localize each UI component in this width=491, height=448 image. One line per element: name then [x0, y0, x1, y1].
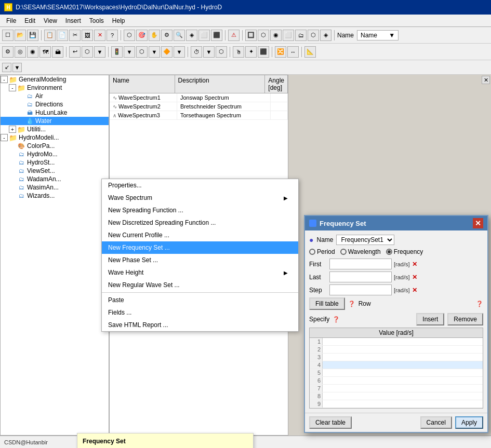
ctx-wave-spectrum[interactable]: Wave Spectrum ▶	[102, 192, 298, 204]
apply-btn[interactable]: Apply	[455, 416, 483, 429]
tb2-10[interactable]: ▼	[124, 46, 135, 58]
expander-environment[interactable]: -	[9, 84, 16, 91]
expander-utiliti[interactable]: +	[9, 126, 16, 133]
menu-help[interactable]: Help	[108, 16, 129, 25]
tree-item-generalmodeling[interactable]: - 📁 GeneralModeling	[1, 75, 109, 84]
last-input[interactable]	[329, 271, 392, 282]
value-row-3[interactable]: 3	[310, 354, 483, 361]
tool7[interactable]: ⬜	[198, 30, 210, 41]
tb2-19[interactable]: ✦	[245, 46, 257, 58]
tb2-6[interactable]: ↩	[69, 46, 81, 58]
table-row-3[interactable]: ∧ WaveSpectrum3 Torsethaugen Spectrum	[110, 111, 288, 120]
ctx-new-current-profile[interactable]: New Current Profile ...	[102, 229, 298, 241]
first-input[interactable]	[329, 259, 392, 269]
tool6[interactable]: ◈	[186, 30, 197, 41]
new-btn[interactable]: ☐	[2, 30, 14, 41]
value-row-5[interactable]: 5	[310, 369, 483, 377]
tool4[interactable]: ⚙	[161, 30, 172, 41]
tree-item-hydrost[interactable]: 🗂 HydroSt...	[1, 158, 109, 167]
table-row-2[interactable]: ∿ WaveSpectrum2 Bretschneider Spectrum	[110, 102, 288, 111]
expander-generalmodeling[interactable]: -	[1, 76, 8, 83]
paste-btn[interactable]: 📄	[57, 30, 68, 41]
tool3[interactable]: ✋	[149, 30, 160, 41]
step-input[interactable]	[329, 284, 392, 295]
radio-frequency[interactable]: Frequency	[386, 248, 423, 255]
cut-btn[interactable]: ✂	[69, 30, 81, 41]
menu-view[interactable]: View	[39, 16, 61, 25]
dialog-close-btn[interactable]: ✕	[473, 218, 483, 228]
copy-btn[interactable]: 📋	[44, 30, 56, 41]
help-btn[interactable]: ?	[107, 30, 118, 41]
tree-item-viewset[interactable]: 🗂 ViewSet...	[1, 167, 109, 175]
remove-btn[interactable]: Remove	[447, 313, 483, 325]
tb2-5[interactable]: 🏔	[52, 46, 63, 58]
panel-close-btn[interactable]: ✕	[482, 76, 490, 84]
tree-item-wizards[interactable]: 🗂 Wizards...	[1, 192, 109, 200]
view4[interactable]: ⬜	[283, 30, 294, 41]
tree-item-directions[interactable]: 🗂 Directions	[1, 100, 109, 108]
tree-item-water[interactable]: 💧 Water	[1, 117, 109, 125]
tree-item-wasiman[interactable]: 🗂 WasimAn...	[1, 183, 109, 192]
menu-file[interactable]: File	[2, 16, 20, 25]
menu-insert[interactable]: Insert	[61, 16, 85, 25]
value-row-1[interactable]: 1	[310, 338, 483, 346]
tb2-2[interactable]: ◎	[15, 46, 26, 58]
menu-edit[interactable]: Edit	[20, 16, 39, 25]
tool5[interactable]: 🔍	[174, 30, 185, 41]
delete-btn[interactable]: ✕	[94, 30, 105, 41]
tb2-7[interactable]: ⬡	[82, 46, 93, 58]
tb2-15[interactable]: ⏱	[191, 46, 202, 58]
value-row-4[interactable]: 4	[310, 361, 483, 369]
clear-table-btn[interactable]: Clear table	[309, 416, 352, 429]
last-clear-btn[interactable]: ✕	[412, 274, 417, 281]
view6[interactable]: ⬡	[308, 30, 319, 41]
tb2-21[interactable]: 🔀	[275, 46, 286, 58]
view5[interactable]: 🗂	[295, 30, 307, 41]
value-row-6[interactable]: 6	[310, 377, 483, 385]
name-dropdown[interactable]: Name ▼	[357, 30, 399, 40]
img-btn[interactable]: 🖼	[82, 30, 93, 41]
menu-tools[interactable]: Tools	[85, 16, 108, 25]
tb2-23[interactable]: 📐	[304, 46, 316, 58]
value-row-7[interactable]: 7	[310, 385, 483, 392]
view7[interactable]: ◈	[320, 30, 331, 41]
tool1[interactable]: ⬡	[124, 30, 135, 41]
value-row-2[interactable]: 2	[310, 346, 483, 354]
tree-item-utiliti[interactable]: + 📁 Utiliti...	[1, 125, 109, 133]
cancel-btn[interactable]: Cancel	[420, 416, 452, 429]
tree-item-air[interactable]: 🗂 Air	[1, 92, 109, 100]
ctx-properties[interactable]: Properties...	[102, 179, 298, 192]
tool2[interactable]: 🎯	[136, 30, 148, 41]
tree-item-hydromodeli[interactable]: - 📁 HydroModeli...	[1, 133, 109, 142]
value-row-9[interactable]: 9	[310, 400, 483, 408]
value-row-8[interactable]: 8	[310, 392, 483, 400]
ctx-paste[interactable]: Paste	[102, 294, 298, 306]
view1[interactable]: 🔲	[245, 30, 257, 41]
tree-item-environment[interactable]: - 📁 Environment	[1, 84, 109, 92]
ctx-new-discretized-spreading[interactable]: New Discretized Spreading Function ...	[102, 216, 298, 229]
tree-item-wadaman[interactable]: 🗂 WadamAn...	[1, 175, 109, 183]
view3[interactable]: ◉	[270, 30, 282, 41]
tree-item-colorpa[interactable]: 🎨 ColorPa...	[1, 142, 109, 150]
tb2-13[interactable]: 🔶	[161, 46, 172, 58]
table-row-1[interactable]: ∿ WaveSpectrum1 Jonswap Spectrum	[110, 93, 288, 102]
insert-btn[interactable]: Insert	[416, 313, 444, 325]
tb3-1[interactable]: ↙	[2, 63, 11, 72]
tree-item-hydromo[interactable]: 🗂 HydroMo...	[1, 150, 109, 158]
tb2-17[interactable]: ⬡	[216, 46, 227, 58]
radio-period[interactable]: Period	[309, 248, 335, 255]
tb2-11[interactable]: ⬡	[136, 46, 148, 58]
tb2-1[interactable]: ⚙	[2, 46, 14, 58]
ctx-fields[interactable]: Fields ...	[102, 306, 298, 319]
tb2-14[interactable]: ▼	[174, 46, 185, 58]
tool8[interactable]: ⬛	[211, 30, 222, 41]
tb2-18[interactable]: 🖱	[233, 46, 244, 58]
ctx-new-regular-wave-set[interactable]: New Regular Wave Set ...	[102, 279, 298, 291]
tb2-22[interactable]: ↔	[287, 46, 299, 58]
save-btn[interactable]: 💾	[27, 30, 38, 41]
tb3-2[interactable]: ▼	[12, 63, 22, 72]
ctx-save-html[interactable]: Save HTML Report ...	[102, 319, 298, 331]
tb2-12[interactable]: ▼	[149, 46, 160, 58]
first-clear-btn[interactable]: ✕	[412, 261, 417, 268]
dialog-name-select[interactable]: FrequencySet1	[336, 235, 394, 245]
